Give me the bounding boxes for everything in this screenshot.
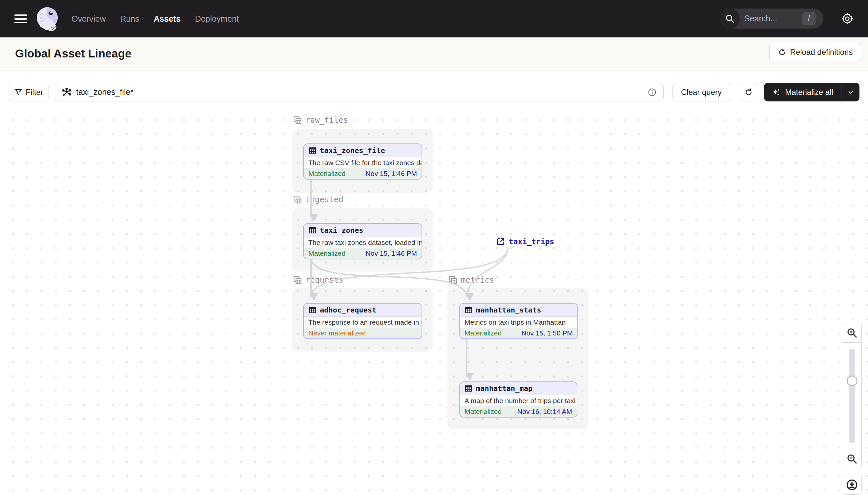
materialization-status: Materialized: [464, 329, 501, 337]
download-image-button[interactable]: [842, 475, 862, 495]
materialization-status: Materialized: [464, 408, 501, 415]
settings-gear-icon[interactable]: [837, 8, 857, 29]
funnel-icon: [14, 88, 22, 96]
asset-node-taxi-zones-file[interactable]: taxi_zones_file The raw CSV file for the…: [303, 143, 422, 180]
materialization-timestamp: Nov 15, 1:46 PM: [366, 250, 417, 257]
reload-definitions-button[interactable]: Reload definitions: [769, 43, 861, 62]
global-search[interactable]: Search... /: [720, 8, 823, 29]
table-icon: [464, 306, 473, 314]
page-header: Global Asset Lineage Reload definitions: [0, 37, 868, 71]
search-shortcut-badge: /: [802, 12, 816, 25]
lineage-edges: [0, 108, 868, 495]
table-icon: [464, 385, 473, 393]
download-icon: [846, 479, 858, 491]
asset-node-adhoc-request[interactable]: adhoc_request The response to an request…: [303, 303, 422, 339]
asset-description: A map of the number of trips per taxi z.…: [460, 395, 577, 406]
asset-name: manhattan_stats: [476, 306, 541, 314]
materialization-timestamp: Nov 15, 1:50 PM: [521, 329, 573, 337]
group-label-raw-files: raw_files: [293, 116, 348, 125]
asset-description: Metrics on taxi trips in Manhattan: [460, 317, 577, 328]
zoom-out-button[interactable]: [842, 449, 862, 469]
group-icon: [293, 116, 302, 125]
refresh-graph-button[interactable]: [740, 83, 757, 101]
external-link-icon: [496, 237, 505, 246]
asset-description: The raw taxi zones dataset, loaded int..…: [304, 237, 422, 248]
sparkle-icon: [772, 88, 781, 97]
filter-button[interactable]: Filter: [9, 83, 49, 101]
table-icon: [308, 147, 317, 155]
zoom-controls: [842, 323, 862, 469]
chevron-down-icon: [848, 89, 854, 95]
materialization-status: Materialized: [308, 250, 346, 257]
zoom-in-button[interactable]: [842, 323, 862, 343]
search-icon: [720, 8, 740, 29]
asset-name: taxi_zones_file: [320, 147, 385, 155]
asset-node-taxi-zones[interactable]: taxi_zones The raw taxi zones dataset, l…: [303, 223, 422, 259]
top-navbar: Overview Runs Assets Deployment Search..…: [0, 0, 868, 37]
clear-query-button[interactable]: Clear query: [672, 83, 730, 101]
asset-description: The raw CSV file for the taxi zones dat.…: [304, 157, 422, 168]
materialization-timestamp: Nov 15, 1:46 PM: [366, 170, 417, 177]
hamburger-menu-icon[interactable]: [14, 13, 27, 25]
materialization-status: Materialized: [308, 170, 346, 177]
asset-query-box[interactable]: [55, 83, 663, 101]
zoom-slider-thumb[interactable]: [847, 376, 857, 386]
primary-nav: Overview Runs Assets Deployment: [72, 0, 239, 37]
nav-link-runs[interactable]: Runs: [120, 14, 139, 24]
lineage-toolbar: Filter Clear query Material: [0, 71, 868, 108]
zoom-slider[interactable]: [842, 343, 862, 449]
lineage-query-icon: [62, 87, 72, 97]
asset-node-manhattan-stats[interactable]: manhattan_stats Metrics on taxi trips in…: [459, 303, 578, 339]
external-asset-taxi-trips[interactable]: taxi_trips: [496, 237, 554, 246]
materialization-status: Never materialized: [308, 329, 366, 337]
group-icon: [293, 195, 302, 204]
materialization-timestamp: Nov 16, 10:14 AM: [517, 408, 572, 415]
zoom-slider-track[interactable]: [849, 348, 855, 443]
materialize-all-button[interactable]: Materialize all: [764, 83, 860, 101]
refresh-icon: [744, 88, 753, 97]
nav-link-deployment[interactable]: Deployment: [195, 14, 239, 24]
lineage-canvas[interactable]: raw_files ingested requests metrics taxi…: [0, 108, 868, 495]
asset-query-input[interactable]: [76, 87, 648, 97]
group-label-metrics: metrics: [448, 275, 494, 285]
asset-name: taxi_zones: [320, 226, 363, 234]
group-icon: [448, 275, 458, 285]
materialize-options-caret[interactable]: [841, 83, 860, 101]
asset-name: manhattan_map: [476, 385, 532, 393]
table-icon: [308, 226, 317, 234]
asset-node-manhattan-map[interactable]: manhattan_map A map of the number of tri…: [459, 381, 577, 417]
zoom-in-icon: [846, 327, 857, 338]
nav-link-overview[interactable]: Overview: [72, 14, 106, 24]
group-icon: [293, 275, 302, 285]
search-placeholder: Search...: [744, 14, 802, 23]
refresh-icon: [778, 48, 786, 56]
asset-name: adhoc_request: [320, 306, 376, 314]
zoom-out-icon: [846, 453, 857, 464]
group-label-requests: requests: [293, 275, 343, 285]
nav-link-assets[interactable]: Assets: [154, 14, 181, 24]
asset-description: The response to an request made in th...: [304, 317, 422, 328]
page-title: Global Asset Lineage: [15, 47, 131, 60]
info-icon[interactable]: [648, 88, 657, 97]
dagster-logo: [34, 5, 61, 32]
group-label-ingested: ingested: [293, 195, 343, 204]
table-icon: [308, 306, 317, 314]
